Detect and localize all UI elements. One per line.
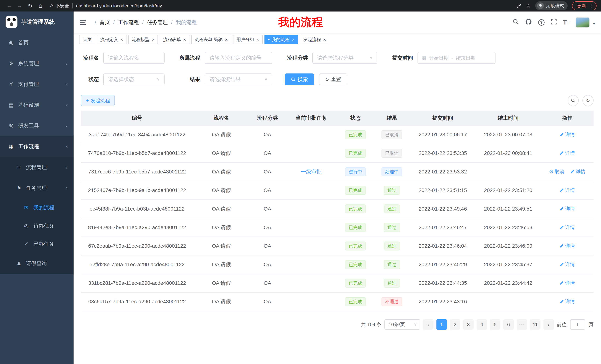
page-button[interactable]: 3 (463, 319, 474, 330)
update-label: 更新 (577, 3, 586, 9)
breadcrumb-item[interactable]: / 我的流程 (168, 19, 197, 26)
sidebar-item[interactable]: ◉ 首页 (0, 32, 74, 53)
sidebar-toggle-icon[interactable] (80, 19, 86, 25)
close-icon[interactable]: × (292, 37, 295, 42)
address-bar[interactable]: ⚠ 不安全 dashboard.yudao.iocoder.cn/bpm/tas… (50, 3, 515, 9)
tag-view-tab[interactable]: ● 用户分组 × (233, 35, 263, 44)
actions-cell: 详情 (541, 125, 594, 144)
sidebar-item[interactable]: ♟ 请假查询 (0, 253, 74, 274)
process-name-cell: OA 请假 (193, 144, 250, 163)
next-page-button[interactable]: › (543, 319, 554, 330)
process-name-cell: OA 请假 (193, 218, 250, 237)
sidebar-item[interactable]: ≣ 流程管理 ∨ (0, 157, 74, 178)
detail-link[interactable]: 详情 (560, 206, 575, 212)
prev-page-button[interactable]: ‹ (423, 319, 433, 330)
cancel-link[interactable]: 取消 (549, 168, 564, 175)
search-icon[interactable] (513, 19, 519, 26)
detail-link[interactable]: 详情 (560, 280, 575, 286)
detail-link[interactable]: 详情 (560, 261, 575, 268)
close-icon[interactable]: × (120, 37, 123, 42)
process-id-cell: 331bc281-7b9a-11ec-a290-acde48001122 (81, 274, 193, 292)
detail-link[interactable]: 详情 (560, 243, 575, 249)
font-size-icon[interactable]: TT (563, 19, 569, 26)
reset-button[interactable]: ↻ 重置 (319, 74, 347, 85)
page-button[interactable]: 4 (477, 319, 487, 330)
page-size-select[interactable]: 10条/页 ∨ (384, 319, 420, 330)
close-icon[interactable]: × (323, 37, 326, 42)
page-button[interactable]: 6 (503, 319, 514, 330)
breadcrumb-item[interactable]: / 首页 (91, 19, 110, 26)
status-select[interactable]: 请选择状态 ∨ (103, 74, 165, 85)
sidebar-item[interactable]: ⚑ 任务管理 ∧ (0, 178, 74, 199)
tag-view-tab[interactable]: ● 流程模型 × (128, 35, 158, 44)
breadcrumb-item[interactable]: / 工作流程 (110, 19, 139, 26)
close-icon[interactable]: × (257, 37, 259, 42)
sidebar-item[interactable]: ◎ 待办任务 (0, 217, 74, 235)
process-id-cell: 3ad174fb-7b9d-11ec-8404-acde48001122 (81, 125, 193, 144)
toggle-search-button[interactable] (568, 95, 579, 106)
sidebar-item[interactable]: ⚒ 研发工具 ∨ (0, 115, 74, 136)
forward-icon[interactable]: → (15, 1, 25, 10)
tools-icon: ⚒ (8, 123, 14, 129)
tag-view-tab[interactable]: ● 我的流程 × (264, 35, 298, 44)
page-button[interactable]: 1 (436, 319, 447, 330)
app-logo[interactable]: 芋道管理系统 (0, 11, 74, 32)
detail-link[interactable]: 详情 (560, 187, 575, 193)
page-button[interactable]: 11 (530, 319, 541, 330)
tag-view-tab[interactable]: ● 流程定义 × (97, 35, 127, 44)
avatar[interactable] (576, 17, 590, 28)
result-select[interactable]: 请选择流结果 ∨ (205, 74, 272, 85)
process-name-input[interactable] (103, 52, 165, 64)
detail-link[interactable]: 详情 (560, 224, 575, 231)
current-task-cell (285, 125, 337, 144)
close-icon[interactable]: × (152, 37, 155, 42)
breadcrumb-item[interactable]: / 任务管理 (139, 19, 168, 26)
tag-view-tab[interactable]: ● 首页 × (80, 35, 95, 44)
app-title: 芋道管理系统 (21, 18, 55, 26)
create-process-button[interactable]: + 发起流程 (81, 95, 115, 106)
detail-link[interactable]: 详情 (570, 168, 585, 175)
current-task-link[interactable]: 一级审批 (301, 168, 322, 175)
current-task-cell (285, 144, 337, 163)
key-icon[interactable] (516, 3, 522, 9)
page-button[interactable]: 5 (490, 319, 500, 330)
reload-icon[interactable]: ↻ (25, 1, 35, 10)
fullscreen-icon[interactable] (551, 19, 557, 26)
page-button[interactable]: ··· (517, 319, 527, 330)
sidebar-item[interactable]: ▦ 工作流程 ∧ (0, 136, 74, 157)
refresh-table-button[interactable]: ↻ (582, 95, 594, 106)
sidebar-item[interactable]: ▤ 基础设施 ∨ (0, 95, 74, 115)
search-button[interactable]: 搜索 (285, 74, 314, 85)
bookmark-star-icon[interactable]: ☆ (526, 3, 531, 9)
sidebar-item[interactable]: ¥ 支付管理 ∨ (0, 74, 74, 95)
close-icon[interactable]: × (183, 37, 186, 42)
process-definition-input[interactable] (205, 52, 272, 64)
kebab-menu-icon[interactable]: ⋮ (589, 3, 594, 9)
back-icon[interactable]: ← (4, 1, 14, 10)
detail-link[interactable]: 详情 (560, 298, 575, 305)
sidebar-item[interactable]: ⚙ 系统管理 ∨ (0, 53, 74, 74)
process-category-select[interactable]: 请选择流程分类 ∨ (312, 52, 377, 64)
sidebar-item[interactable]: ✓ 已办任务 (0, 235, 74, 253)
tag-view-tab[interactable]: ● 流程表单 × (160, 35, 189, 44)
workflow-icon: ▦ (8, 144, 14, 150)
status-cell: 已完成 (337, 292, 374, 311)
goto-page-input[interactable] (570, 319, 585, 330)
submit-time-range-picker[interactable]: ▦ 开始日期 - 结束日期 (418, 52, 496, 64)
home-icon[interactable]: ⌂ (36, 1, 45, 10)
tag-view-tab[interactable]: ● 发起流程 × (300, 35, 329, 44)
page-button[interactable]: 2 (450, 319, 460, 330)
detail-link[interactable]: 详情 (560, 131, 575, 138)
detail-link[interactable]: 详情 (560, 150, 575, 156)
url-text[interactable]: dashboard.yudao.iocoder.cn/bpm/task/my (76, 3, 162, 9)
close-icon[interactable]: × (225, 37, 228, 42)
github-icon[interactable] (525, 18, 532, 27)
tag-view-tab[interactable]: ● 流程表单-编辑 × (191, 35, 231, 44)
sidebar-item[interactable]: ✉ 我的流程 (0, 199, 74, 217)
security-chip[interactable]: ⚠ 不安全 (50, 3, 69, 9)
result-cell: 通过 (374, 218, 410, 237)
avatar-caret-icon[interactable]: ▾ (593, 21, 595, 28)
update-button[interactable]: 更新 ⋮ (572, 1, 597, 10)
result-cell: 不通过 (374, 292, 410, 311)
help-icon[interactable]: ? (538, 19, 545, 26)
